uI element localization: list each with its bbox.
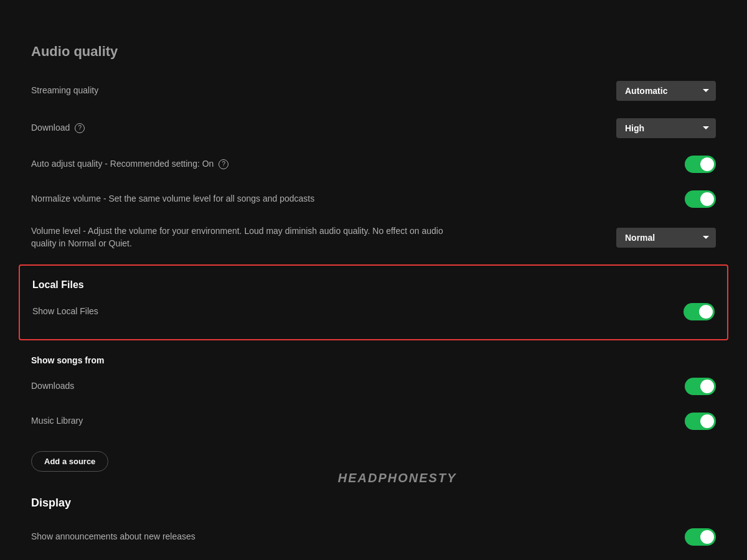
show-local-files-row: Show Local Files bbox=[32, 294, 715, 329]
watermark: HEADPHONESTY bbox=[338, 471, 457, 485]
downloads-slider bbox=[685, 378, 716, 395]
audio-quality-title: Audio quality bbox=[31, 44, 716, 60]
streaming-quality-dropdown[interactable]: Automatic Very High High Normal Low bbox=[616, 81, 716, 101]
download-help-icon[interactable]: ? bbox=[75, 123, 85, 133]
normalize-volume-slider bbox=[685, 190, 716, 208]
music-library-row: Music Library bbox=[31, 404, 716, 439]
show-songs-from-title: Show songs from bbox=[31, 347, 716, 369]
volume-level-label: Volume level - Adjust the volume for you… bbox=[31, 225, 454, 250]
streaming-quality-row: Streaming quality Automatic Very High Hi… bbox=[31, 72, 716, 110]
show-local-files-label: Show Local Files bbox=[32, 306, 98, 318]
top-fade bbox=[31, 19, 716, 44]
desktop-overlay-row: Show desktop overlay when using media ke… bbox=[31, 554, 716, 560]
downloads-row: Downloads bbox=[31, 369, 716, 404]
download-quality-row: Download ? Very High High Normal Low bbox=[31, 110, 716, 147]
streaming-quality-label: Streaming quality bbox=[31, 85, 98, 97]
downloads-label: Downloads bbox=[31, 380, 74, 393]
normalize-volume-label: Normalize volume - Set the same volume l… bbox=[31, 193, 314, 205]
new-releases-slider bbox=[685, 528, 716, 546]
show-local-files-toggle[interactable] bbox=[684, 303, 715, 320]
auto-adjust-help-icon[interactable]: ? bbox=[218, 159, 228, 169]
new-releases-label: Show announcements about new releases bbox=[31, 531, 195, 543]
new-releases-toggle[interactable] bbox=[685, 528, 716, 546]
music-library-slider bbox=[685, 413, 716, 430]
add-source-button[interactable]: Add a source bbox=[31, 451, 108, 472]
volume-level-dropdown[interactable]: Loud Normal Quiet bbox=[616, 228, 716, 248]
download-quality-label: Download ? bbox=[31, 122, 85, 134]
auto-adjust-toggle[interactable] bbox=[685, 156, 716, 173]
music-library-label: Music Library bbox=[31, 415, 83, 427]
new-releases-row: Show announcements about new releases bbox=[31, 520, 716, 554]
downloads-toggle[interactable] bbox=[685, 378, 716, 395]
normalize-volume-toggle[interactable] bbox=[685, 190, 716, 208]
local-files-title: Local Files bbox=[32, 276, 715, 294]
auto-adjust-slider bbox=[685, 156, 716, 173]
auto-adjust-row: Auto adjust quality - Recommended settin… bbox=[31, 147, 716, 182]
local-files-section: Local Files Show Local Files bbox=[19, 264, 728, 340]
auto-adjust-label: Auto adjust quality - Recommended settin… bbox=[31, 158, 228, 170]
music-library-toggle[interactable] bbox=[685, 413, 716, 430]
volume-level-row: Volume level - Adjust the volume for you… bbox=[31, 217, 716, 258]
normalize-volume-row: Normalize volume - Set the same volume l… bbox=[31, 182, 716, 217]
show-local-files-slider bbox=[684, 303, 715, 320]
download-quality-dropdown[interactable]: Very High High Normal Low bbox=[616, 118, 716, 138]
display-title: Display bbox=[31, 497, 716, 510]
